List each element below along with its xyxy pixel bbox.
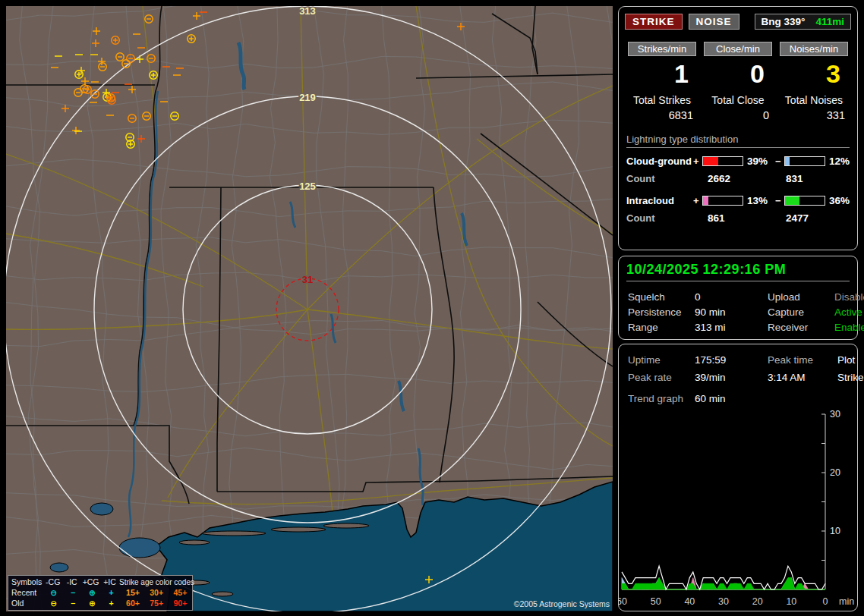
ic-minus-count: 2477 — [786, 212, 850, 224]
intracloud-label: Intracloud — [626, 195, 693, 206]
noises-per-min-value: 3 — [780, 59, 848, 88]
strikes-per-min-value: 1 — [628, 59, 696, 88]
old-cg-neg-icon: ⊖ — [44, 599, 63, 608]
barrier-island — [179, 540, 210, 545]
range-label: Range — [628, 322, 695, 333]
trend-graph-span: 60 min — [695, 393, 848, 404]
squelch-label: Squelch — [628, 291, 695, 303]
barrier-island — [202, 531, 266, 536]
cg-minus-count: 831 — [786, 173, 850, 184]
ic-plus-bar-fill — [703, 196, 708, 205]
trend-graph-label: Trend graph — [628, 393, 695, 404]
plot-mode-value: Strike — [837, 372, 864, 383]
map-canvas: 31125219313 — [6, 6, 613, 611]
age-30: 30+ — [145, 588, 169, 597]
strike-stats-panel: STRIKE NOISE Bng 339° 411mi Strikes/min … — [618, 6, 858, 250]
recent-ic-neg-icon: − — [63, 588, 82, 597]
peak-time-label: Peak time — [768, 354, 837, 366]
legend-age-header: Strike age color codes — [119, 578, 192, 586]
cg-plus-pct: 39% — [743, 156, 775, 167]
svg-text:60: 60 — [619, 596, 627, 607]
svg-text:20: 20 — [752, 596, 763, 607]
lake — [90, 503, 113, 515]
svg-text:50: 50 — [651, 596, 661, 607]
distribution-title: Lightning type distribution — [626, 134, 850, 148]
age-75: 75+ — [145, 599, 169, 608]
plot-label: Plot — [837, 354, 855, 366]
recent-ic-pos-icon: + — [102, 588, 121, 597]
barrier-island — [323, 523, 369, 528]
minus-sign: − — [775, 195, 784, 206]
trend-panel: Uptime 175:59 Peak time Plot Peak rate 3… — [618, 344, 858, 611]
cg-plus-bar — [702, 156, 743, 166]
ring-label-219: 219 — [299, 92, 316, 103]
delta-island — [212, 592, 233, 596]
svg-text:10: 10 — [830, 526, 840, 536]
ic-minus-pct: 36% — [825, 195, 856, 206]
lake — [50, 563, 68, 572]
bearing-distance: 411mi — [815, 16, 844, 27]
datetime-display: 10/24/2025 12:29:16 PM — [626, 262, 850, 281]
plus-sign: + — [693, 195, 702, 206]
receiver-status: Enabled — [834, 322, 864, 333]
persistence-label: Persistence — [628, 306, 695, 318]
minus-sign: − — [775, 156, 784, 167]
noise-button[interactable]: NOISE — [689, 14, 739, 30]
squelch-value: 0 — [695, 291, 768, 303]
age-90: 90+ — [169, 599, 192, 608]
svg-text:min: min — [839, 596, 854, 607]
total-strikes-label: Total Strikes — [628, 94, 696, 106]
legend-old-label: Old — [11, 599, 44, 608]
strike-button[interactable]: STRIKE — [625, 14, 683, 30]
total-strikes-value: 6831 — [628, 109, 696, 121]
ic-plus-pct: 13% — [743, 195, 775, 206]
chip-close-per-min: Close/min — [704, 42, 772, 56]
ic-count-label: Count — [626, 212, 708, 224]
legend-col-pos-cg: +CG — [81, 577, 100, 586]
symbol-legend: Symbols -CG -IC +CG +IC Strike age color… — [8, 575, 193, 611]
peak-rate-label: Peak rate — [628, 372, 695, 383]
trend-graph: 1020306050403020100min — [619, 409, 857, 612]
ring-label-125: 125 — [299, 181, 316, 192]
svg-text:10: 10 — [786, 596, 796, 607]
plus-sign: + — [693, 156, 702, 167]
legend-symbols-header: Symbols — [11, 577, 43, 586]
total-close-label: Total Close — [704, 94, 772, 106]
cg-minus-pct: 12% — [825, 156, 856, 167]
recent-cg-neg-icon: ⊖ — [44, 588, 63, 597]
cg-plus-bar-fill — [703, 157, 718, 165]
recent-cg-pos-icon: ⊕ — [83, 588, 102, 597]
status-panel: 10/24/2025 12:29:16 PM Squelch 0 Upload … — [618, 256, 858, 340]
svg-text:30: 30 — [830, 409, 840, 420]
svg-text:20: 20 — [830, 467, 840, 478]
age-60: 60+ — [121, 599, 144, 608]
age-15: 15+ — [121, 588, 144, 597]
chip-noises-per-min: Noises/min — [780, 42, 848, 56]
close-per-min-value: 0 — [704, 59, 772, 88]
peak-rate-value: 39/min — [695, 372, 768, 383]
range-value: 313 mi — [695, 322, 768, 333]
legend-col-neg-cg: -CG — [43, 577, 62, 586]
ic-plus-bar — [702, 196, 743, 206]
old-ic-pos-icon: + — [102, 599, 121, 608]
total-noises-value: 331 — [780, 109, 848, 121]
copyright-text: ©2005 Astrogenic Systems — [514, 599, 610, 608]
cg-count-label: Count — [626, 173, 708, 184]
total-close-value: 0 — [704, 109, 772, 121]
upload-status: Disabled — [834, 291, 864, 303]
upload-label: Upload — [768, 291, 834, 303]
cloud-ground-label: Cloud-ground — [626, 156, 693, 167]
bearing-readout: Bng 339° 411mi — [755, 14, 851, 30]
receiver-label: Receiver — [768, 322, 834, 333]
persistence-value: 90 min — [695, 306, 768, 318]
total-noises-label: Total Noises — [780, 94, 848, 106]
uptime-value: 175:59 — [695, 354, 768, 366]
lake — [119, 538, 160, 558]
capture-label: Capture — [768, 306, 834, 318]
ic-minus-bar — [784, 196, 825, 206]
lightning-map[interactable]: 31125219313 Symbols -CG -IC +CG +IC Stri… — [6, 6, 613, 611]
svg-text:0: 0 — [823, 596, 828, 607]
ic-minus-bar-fill — [785, 196, 799, 205]
chip-strikes-per-min: Strikes/min — [628, 42, 696, 56]
age-45: 45+ — [169, 588, 192, 597]
